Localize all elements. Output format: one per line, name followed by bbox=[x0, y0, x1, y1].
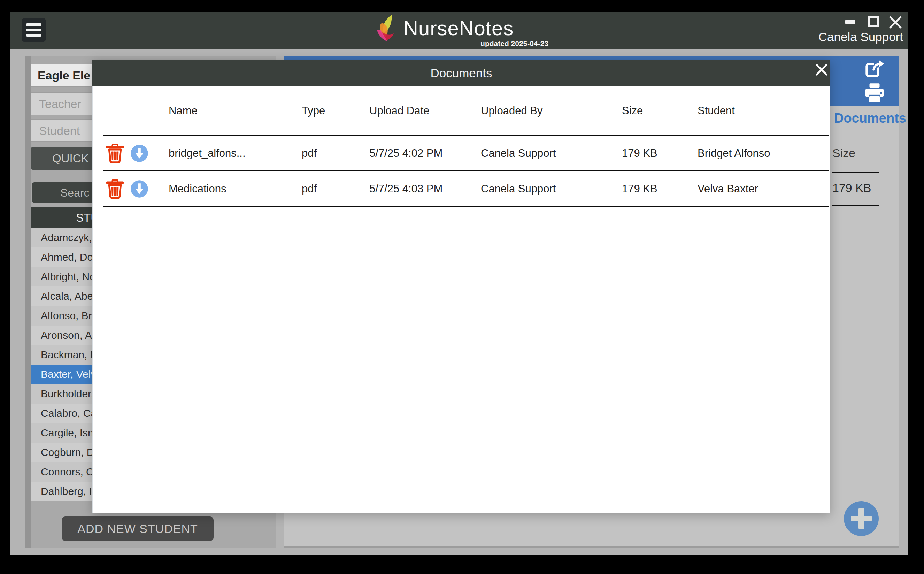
add-new-student-button[interactable]: ADD NEW STUDENT bbox=[62, 517, 214, 541]
share-icon[interactable] bbox=[864, 58, 886, 79]
doc-type: pdf bbox=[302, 136, 317, 170]
divider bbox=[832, 172, 879, 173]
close-window-button[interactable] bbox=[888, 15, 902, 29]
app-window: NurseNotes updated 2025-04-23 Canela Sup… bbox=[0, 0, 924, 574]
document-row: bridget_alfons... pdf 5/7/25 4:02 PM Can… bbox=[103, 136, 829, 172]
add-document-fab[interactable] bbox=[844, 501, 879, 536]
column-header-name: Name bbox=[168, 87, 198, 135]
delete-document-button[interactable] bbox=[105, 179, 124, 199]
download-document-button[interactable] bbox=[130, 144, 149, 163]
maximize-button[interactable] bbox=[868, 16, 879, 27]
modal-title: Documents bbox=[92, 60, 830, 87]
doc-uploaded-by: Canela Support bbox=[481, 172, 556, 206]
doc-student: Velva Baxter bbox=[697, 172, 758, 206]
column-header-student: Student bbox=[697, 87, 735, 135]
print-icon[interactable] bbox=[863, 83, 886, 103]
divider bbox=[832, 205, 879, 206]
size-field-value: 179 KB bbox=[833, 181, 871, 195]
doc-upload-date: 5/7/25 4:02 PM bbox=[369, 136, 442, 170]
doc-size: 179 KB bbox=[622, 172, 658, 206]
sidebar-edge bbox=[25, 56, 31, 548]
document-row: Medications pdf 5/7/25 4:03 PM Canela Su… bbox=[103, 172, 829, 207]
size-field-label: Size bbox=[833, 147, 855, 160]
doc-size: 179 KB bbox=[622, 136, 658, 170]
minimize-button[interactable] bbox=[845, 20, 855, 24]
updated-date-label: updated 2025-04-23 bbox=[467, 39, 548, 48]
download-document-button[interactable] bbox=[130, 180, 149, 198]
modal-close-button[interactable] bbox=[815, 63, 828, 77]
documents-table-header: Name Type Upload Date Uploaded By Size S… bbox=[103, 87, 829, 136]
flame-logo-icon bbox=[376, 15, 398, 42]
column-header-upload-date: Upload Date bbox=[369, 87, 429, 135]
column-header-type: Type bbox=[302, 87, 325, 135]
hamburger-icon bbox=[26, 24, 41, 26]
doc-student: Bridget Alfonso bbox=[697, 136, 770, 170]
panel-bottom-border bbox=[284, 546, 899, 547]
hamburger-menu-button[interactable] bbox=[22, 18, 46, 42]
column-header-size: Size bbox=[622, 87, 643, 135]
doc-type: pdf bbox=[302, 172, 317, 206]
doc-upload-date: 5/7/25 4:03 PM bbox=[369, 172, 442, 206]
doc-name: Medications bbox=[168, 172, 226, 206]
column-header-uploaded-by: Uploaded By bbox=[481, 87, 543, 135]
delete-document-button[interactable] bbox=[105, 143, 124, 164]
tab-documents[interactable]: Documents bbox=[834, 111, 906, 126]
app-title: NurseNotes bbox=[403, 17, 513, 40]
logged-in-user: Canela Support bbox=[798, 30, 903, 44]
doc-uploaded-by: Canela Support bbox=[481, 136, 556, 170]
doc-name: bridget_alfons... bbox=[168, 136, 246, 170]
